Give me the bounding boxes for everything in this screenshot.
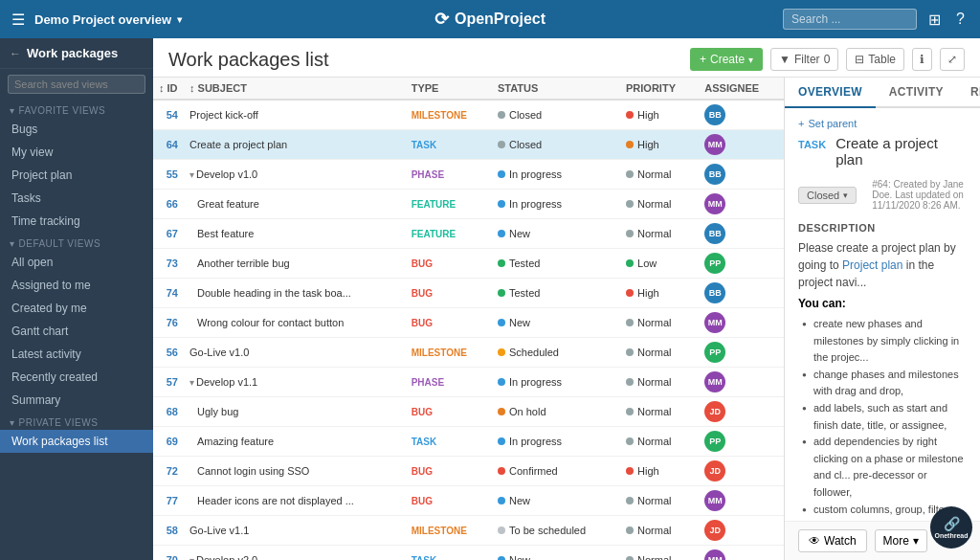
- status-tag[interactable]: Closed ▾: [798, 187, 857, 204]
- row-type: TASK: [406, 130, 492, 160]
- row-id[interactable]: 57: [153, 368, 184, 397]
- row-id[interactable]: 64: [153, 130, 184, 160]
- row-type: BUG: [406, 397, 492, 427]
- row-id[interactable]: 54: [153, 100, 184, 130]
- info-button[interactable]: ℹ: [912, 48, 932, 71]
- sidebar-item-created-by-me[interactable]: Created by me: [0, 297, 153, 320]
- row-id[interactable]: 70: [153, 546, 184, 561]
- row-subject: Create a project plan: [184, 130, 406, 160]
- main-split: ↕ ID ↕ SUBJECT TYPE STATUS PRIORITY ASSI…: [153, 78, 980, 560]
- row-id[interactable]: 56: [153, 338, 184, 368]
- row-id[interactable]: 67: [153, 219, 184, 249]
- sidebar-back-button[interactable]: ← Work packages: [0, 38, 153, 69]
- table-row[interactable]: 68 Ugly bug BUG On hold Normal JD: [153, 397, 784, 427]
- table-row[interactable]: 64 Create a project plan TASK Closed Hig…: [153, 130, 784, 160]
- sidebar-item-bugs[interactable]: Bugs: [0, 118, 153, 141]
- row-id[interactable]: 77: [153, 486, 184, 516]
- more-button[interactable]: More ▾: [875, 529, 927, 552]
- favorite-views-section[interactable]: ▾ Favorite views: [0, 100, 153, 118]
- col-header-priority[interactable]: PRIORITY: [620, 78, 699, 100]
- col-header-assignee[interactable]: ASSIGNEE: [699, 78, 784, 100]
- row-id[interactable]: 76: [153, 308, 184, 338]
- row-priority: Normal: [620, 338, 699, 368]
- row-status: Confirmed: [492, 457, 620, 486]
- table-row[interactable]: 74 Double heading in the task boa... BUG…: [153, 279, 784, 308]
- row-id[interactable]: 74: [153, 279, 184, 308]
- description-section: DESCRIPTION Please create a project plan…: [798, 222, 967, 551]
- work-packages-table-section: ↕ ID ↕ SUBJECT TYPE STATUS PRIORITY ASSI…: [153, 78, 785, 560]
- project-chevron-icon: ▾: [177, 14, 182, 25]
- row-id[interactable]: 55: [153, 160, 184, 190]
- default-views-section[interactable]: ▾ Default views: [0, 233, 153, 251]
- private-views-section[interactable]: ▾ Private views: [0, 412, 153, 430]
- row-id[interactable]: 66: [153, 190, 184, 219]
- watch-button[interactable]: 👁 Watch: [798, 529, 867, 552]
- row-status: Closed: [492, 130, 620, 160]
- sidebar-item-time-tracking[interactable]: Time tracking: [0, 210, 153, 233]
- row-id[interactable]: 68: [153, 397, 184, 427]
- description-bullet: change phases and milestones with drag a…: [802, 367, 967, 400]
- table-row[interactable]: 57 ▾Develop v1.1 PHASE In progress Norma…: [153, 368, 784, 397]
- create-button[interactable]: + Create ▾: [690, 48, 763, 71]
- sort-icon: ↕: [189, 82, 195, 94]
- sidebar-item-summary[interactable]: Summary: [0, 389, 153, 412]
- global-search-input[interactable]: [783, 9, 917, 30]
- sidebar-item-latest-activity[interactable]: Latest activity: [0, 343, 153, 366]
- table-row[interactable]: 77 Header icons are not displayed ... BU…: [153, 486, 784, 516]
- row-priority: High: [620, 457, 699, 486]
- table-row[interactable]: 56 Go-Live v1.0 MILESTONE Scheduled Norm…: [153, 338, 784, 368]
- filter-button[interactable]: ▼ Filter 0: [770, 48, 838, 71]
- table-row[interactable]: 72 Cannot login using SSO BUG Confirmed …: [153, 457, 784, 486]
- table-row[interactable]: 70 ▾Develop v2.0 TASK New Normal MM: [153, 546, 784, 561]
- onethread-badge[interactable]: 🔗 Onethread: [930, 506, 972, 549]
- sidebar-search-input[interactable]: [8, 75, 145, 94]
- sidebar-search-container: [0, 69, 153, 100]
- row-subject: Header icons are not displayed ...: [184, 486, 406, 516]
- collapse-icon[interactable]: ▾: [189, 169, 194, 180]
- sidebar-item-assigned-to-me[interactable]: Assigned to me: [0, 274, 153, 297]
- tab-overview[interactable]: OVERVIEW: [785, 78, 876, 108]
- row-id[interactable]: 58: [153, 516, 184, 546]
- col-header-subject[interactable]: ↕ SUBJECT: [184, 78, 406, 100]
- expand-button[interactable]: ⤢: [940, 48, 965, 71]
- tab-activity[interactable]: ACTIVITY: [876, 78, 957, 108]
- row-id[interactable]: 72: [153, 457, 184, 486]
- hamburger-icon[interactable]: ☰: [11, 11, 25, 29]
- apps-icon[interactable]: ⊞: [924, 9, 945, 31]
- sidebar-item-gantt-chart[interactable]: Gantt chart: [0, 320, 153, 343]
- sort-icon: ↕: [159, 82, 165, 94]
- table-row[interactable]: 58 Go-Live v1.1 MILESTONE To be schedule…: [153, 516, 784, 546]
- table-row[interactable]: 55 ▾Develop v1.0 PHASE In progress Norma…: [153, 160, 784, 190]
- table-row[interactable]: 69 Amazing feature TASK In progress Norm…: [153, 427, 784, 457]
- sidebar-item-project-plan[interactable]: Project plan: [0, 164, 153, 187]
- row-status: In progress: [492, 160, 620, 190]
- table-button[interactable]: ⊟ Table: [846, 48, 904, 71]
- row-type: PHASE: [406, 160, 492, 190]
- row-id[interactable]: 69: [153, 427, 184, 457]
- row-assignee: MM: [699, 486, 784, 516]
- tab-relations[interactable]: RELATIONS: [957, 78, 980, 108]
- project-title[interactable]: Demo Project overview ▾: [34, 12, 182, 27]
- sidebar-item-my-view[interactable]: My view: [0, 141, 153, 164]
- help-icon[interactable]: ?: [952, 9, 969, 30]
- collapse-icon[interactable]: ▾: [189, 555, 194, 560]
- col-header-status[interactable]: STATUS: [492, 78, 620, 100]
- table-row[interactable]: 76 Wrong colour for contact button BUG N…: [153, 308, 784, 338]
- table-row[interactable]: 67 Best feature FEATURE New Normal BB: [153, 219, 784, 249]
- sidebar-item-work-packages-list[interactable]: Work packages list: [0, 430, 153, 453]
- table-row[interactable]: 66 Great feature FEATURE In progress Nor…: [153, 190, 784, 219]
- project-plan-link[interactable]: Project plan: [842, 258, 902, 272]
- table-row[interactable]: 73 Another terrible bug BUG Tested Low P…: [153, 249, 784, 279]
- row-id[interactable]: 73: [153, 249, 184, 279]
- work-packages-table: ↕ ID ↕ SUBJECT TYPE STATUS PRIORITY ASSI…: [153, 78, 784, 560]
- col-header-type[interactable]: TYPE: [406, 78, 492, 100]
- row-type: MILESTONE: [406, 516, 492, 546]
- sidebar-item-tasks[interactable]: Tasks: [0, 187, 153, 210]
- collapse-icon[interactable]: ▾: [189, 377, 194, 388]
- col-header-id[interactable]: ↕ ID: [153, 78, 184, 100]
- set-parent-button[interactable]: Set parent: [798, 118, 967, 129]
- sidebar-item-recently-created[interactable]: Recently created: [0, 366, 153, 389]
- table-row[interactable]: 54 Project kick-off MILESTONE Closed Hig…: [153, 100, 784, 130]
- sidebar-item-all-open[interactable]: All open: [0, 251, 153, 274]
- create-caret-icon: ▾: [748, 55, 753, 65]
